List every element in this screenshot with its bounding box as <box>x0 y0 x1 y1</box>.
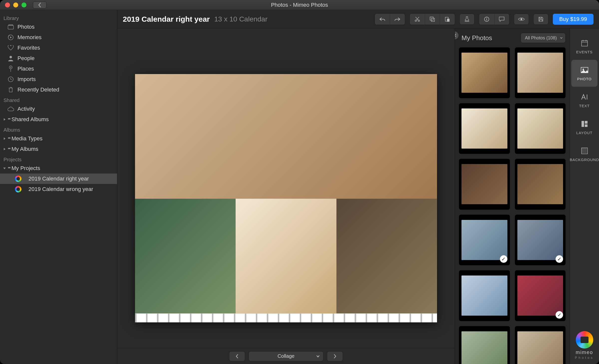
svg-point-4 <box>9 56 12 58</box>
close-icon: ✕ <box>455 32 457 38</box>
thumbnail-image <box>461 275 507 316</box>
close-panel-button[interactable]: ✕ <box>455 31 458 39</box>
panel-header: My Photos All Photos (108) <box>459 33 566 43</box>
rail-events-button[interactable]: EVENTS <box>570 33 599 60</box>
sidebar-item-photos[interactable]: Photos <box>0 22 117 32</box>
chevron-right-icon[interactable] <box>2 137 6 141</box>
thumbnail-image <box>517 108 563 149</box>
redo-button[interactable] <box>390 14 405 25</box>
sidebar-item-activity[interactable]: Activity <box>0 104 117 114</box>
sidebar-item-places[interactable]: Places <box>0 64 117 74</box>
photo-slot[interactable] <box>135 199 236 313</box>
sidebar-section-shared: Shared <box>0 95 117 104</box>
photo-thumbnail[interactable] <box>459 270 510 321</box>
cut-button[interactable] <box>410 14 425 25</box>
heart-icon <box>7 45 14 51</box>
sidebar-item-media-types[interactable]: Media Types <box>0 133 117 144</box>
svg-point-22 <box>520 18 522 20</box>
svg-rect-16 <box>431 18 435 21</box>
photo-thumbnail[interactable]: ✓ <box>515 270 566 321</box>
photo-thumbnail[interactable] <box>459 159 510 210</box>
photo-thumbnail[interactable] <box>515 47 566 98</box>
minimize-window-button[interactable] <box>13 2 18 7</box>
info-icon <box>484 16 489 22</box>
calendar-page[interactable] <box>135 74 437 322</box>
photo-thumbnail[interactable]: ✓ <box>515 215 566 266</box>
chevron-right-icon[interactable] <box>2 117 6 121</box>
rail-photo-button[interactable]: PHOTO <box>571 60 598 87</box>
sidebar-item-shared-albums[interactable]: Shared Albums <box>0 114 117 125</box>
thumbnail-image <box>461 53 507 93</box>
copy-button[interactable] <box>425 14 440 25</box>
photo-thumbnail[interactable] <box>459 326 510 364</box>
photo-slot[interactable] <box>236 199 336 313</box>
sidebar-item-my-albums[interactable]: My Albums <box>0 144 117 154</box>
thumbnail-image <box>461 220 507 260</box>
scissors-icon <box>415 16 420 22</box>
sidebar-label: 2019 Calendar right year <box>28 176 89 182</box>
photo-thumbnail[interactable] <box>515 159 566 210</box>
svg-point-28 <box>583 69 584 70</box>
canvas-area: Collage <box>117 28 455 364</box>
trash-icon <box>7 87 14 93</box>
photo-thumbnail[interactable] <box>515 326 566 364</box>
photo-thumbnail[interactable]: ✓ <box>459 215 510 266</box>
sidebar-item-imports[interactable]: Imports <box>0 74 117 85</box>
canvas-viewport[interactable] <box>117 28 455 348</box>
redo-icon <box>394 17 401 21</box>
preview-button[interactable] <box>514 14 529 25</box>
info-button[interactable] <box>479 14 494 25</box>
clock-icon <box>7 76 14 83</box>
stamp-button[interactable] <box>459 14 474 25</box>
thumbnail-image <box>461 108 507 149</box>
stamp-icon <box>464 16 470 22</box>
sidebar-label: People <box>17 55 35 62</box>
collage-bottom-row <box>135 199 437 313</box>
sidebar-item-recently-deleted[interactable]: Recently Deleted <box>0 85 117 95</box>
svg-marker-3 <box>10 36 12 38</box>
page-mode-select[interactable]: Collage <box>249 351 323 361</box>
clipboard-group <box>410 13 455 25</box>
svg-rect-31 <box>585 121 588 124</box>
buy-button[interactable]: Buy $19.99 <box>553 14 594 25</box>
prev-page-button[interactable] <box>229 351 245 361</box>
close-window-button[interactable] <box>5 2 10 7</box>
info-group <box>479 13 509 25</box>
sidebar-project-item[interactable]: 2019 Calendar wrong year <box>0 184 117 194</box>
thumbnail-image <box>517 220 563 260</box>
history-group <box>375 13 405 25</box>
back-button[interactable] <box>33 1 46 8</box>
photo-slot[interactable] <box>336 199 437 313</box>
fullscreen-window-button[interactable] <box>21 2 26 7</box>
next-page-button[interactable] <box>327 351 343 361</box>
rail-layout-button[interactable]: LAYOUT <box>570 114 599 141</box>
comment-button[interactable] <box>494 14 509 25</box>
sidebar-item-people[interactable]: People <box>0 53 117 64</box>
photos-filter-dropdown[interactable]: All Photos (108) <box>521 33 566 43</box>
panel-title: My Photos <box>461 34 492 42</box>
editor-toolbar: 2019 Calendar right year 13 x 10 Calenda… <box>117 10 599 28</box>
photo-thumbnail[interactable] <box>459 103 510 154</box>
chevron-down-icon <box>316 355 320 358</box>
layout-icon <box>580 120 589 128</box>
image-icon <box>580 66 589 74</box>
person-icon <box>7 55 14 62</box>
photo-slot[interactable] <box>135 74 437 199</box>
save-button[interactable] <box>533 14 548 25</box>
undo-button[interactable] <box>375 14 390 25</box>
chevron-right-icon[interactable] <box>2 147 6 151</box>
chevron-down-icon[interactable] <box>2 166 6 170</box>
photo-thumbnail[interactable] <box>459 47 510 98</box>
sidebar-project-item[interactable]: 2019 Calendar right year <box>0 174 117 184</box>
sidebar-item-memories[interactable]: Memories <box>0 32 117 43</box>
sidebar-item-favorites[interactable]: Favorites <box>0 43 117 53</box>
photo-thumbnail[interactable] <box>515 103 566 154</box>
sidebar-label: My Albums <box>11 146 38 152</box>
paste-button[interactable] <box>440 14 455 25</box>
save-icon <box>538 16 544 22</box>
rail-text-button[interactable]: TEXT <box>570 87 599 114</box>
sidebar-item-my-projects[interactable]: My Projects <box>0 163 117 174</box>
sidebar-label: Places <box>17 66 34 72</box>
rail-background-button[interactable]: BACKGROUND <box>570 141 599 168</box>
svg-rect-15 <box>430 17 433 20</box>
